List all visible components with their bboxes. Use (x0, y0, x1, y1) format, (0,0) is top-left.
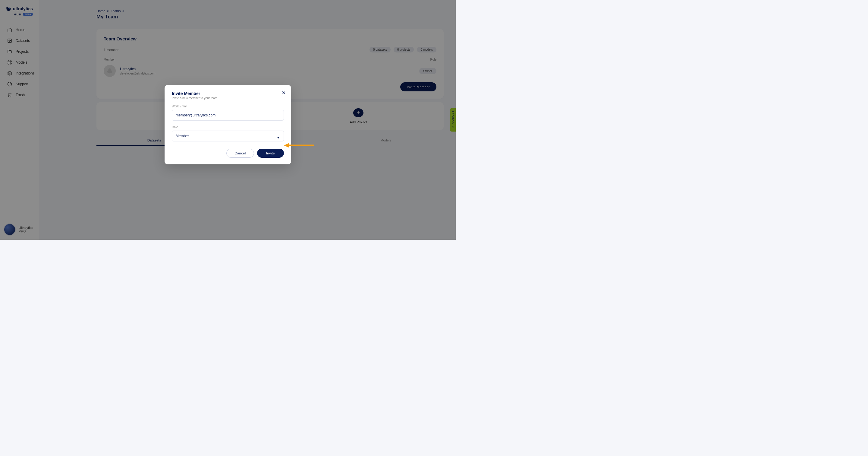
modal-subtitle: Invite a new member to your team. (172, 96, 284, 100)
email-label: Work Email (172, 105, 284, 108)
email-input[interactable] (172, 110, 284, 121)
invite-button[interactable]: Invite (257, 149, 284, 158)
invite-member-modal: ✕ Invite Member Invite a new member to y… (164, 85, 291, 164)
modal-title: Invite Member (172, 91, 284, 96)
role-select[interactable]: Member (172, 131, 284, 141)
close-button[interactable]: ✕ (282, 90, 286, 95)
cancel-button[interactable]: Cancel (226, 149, 254, 158)
close-icon: ✕ (282, 90, 286, 95)
role-label: Role (172, 125, 284, 129)
